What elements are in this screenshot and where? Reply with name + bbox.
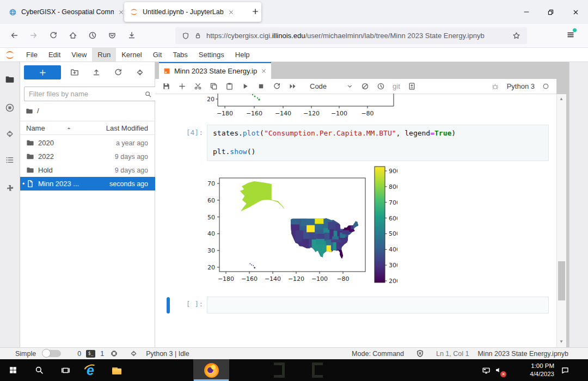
- window-restore-button[interactable]: [538, 0, 562, 24]
- paste-button[interactable]: [225, 82, 234, 90]
- taskbar-search-icon[interactable]: [34, 365, 44, 375]
- tab-close-icon[interactable]: [228, 9, 234, 15]
- file-row-minn-2023-[interactable]: •Minn 2023 ...seconds ago: [20, 177, 155, 190]
- home-button[interactable]: [69, 31, 77, 40]
- save-button[interactable]: [162, 82, 170, 90]
- cut-button[interactable]: [194, 82, 202, 90]
- debugger-bug-icon[interactable]: [491, 82, 499, 90]
- notebook-diff-button[interactable]: [408, 82, 416, 90]
- file-row-2020[interactable]: 2020a year ago: [20, 136, 155, 150]
- sidebar-running-kernels[interactable]: [5, 103, 15, 113]
- menu-git[interactable]: Git: [148, 48, 168, 62]
- menu-view[interactable]: View: [66, 48, 92, 62]
- scroll-up-icon[interactable]: ▲: [559, 96, 564, 101]
- new-tab-icon[interactable]: [252, 8, 259, 15]
- notebook-tab[interactable]: Minn 2023 State Energy.ipny: [159, 62, 271, 79]
- sidebar-extensions[interactable]: [5, 183, 15, 193]
- stop-button[interactable]: [257, 82, 265, 90]
- menu-run[interactable]: Run: [92, 48, 116, 62]
- kernel-status-icon[interactable]: [542, 83, 549, 90]
- mode-indicator[interactable]: Mode: Command: [352, 350, 404, 358]
- copy-button[interactable]: [210, 82, 218, 90]
- menu-edit[interactable]: Edit: [43, 48, 66, 62]
- offline-circle-button[interactable]: [361, 82, 369, 90]
- git-toolbar-label[interactable]: git: [393, 82, 400, 90]
- shield-icon[interactable]: [182, 32, 189, 40]
- scrollbar-thumb[interactable]: [558, 261, 565, 300]
- bookmark-star-icon[interactable]: [512, 32, 520, 40]
- upload-button[interactable]: [92, 68, 101, 77]
- reload-button[interactable]: [49, 31, 58, 40]
- add-cell-button[interactable]: [178, 82, 186, 90]
- git-icon[interactable]: [130, 349, 138, 358]
- sort-ascending-icon[interactable]: [66, 125, 72, 131]
- column-name[interactable]: Name: [26, 124, 45, 132]
- close-icon[interactable]: [572, 9, 579, 16]
- kernel-name[interactable]: Python 3: [507, 82, 535, 90]
- git-icon[interactable]: [130, 349, 138, 358]
- shield-x-icon[interactable]: [416, 349, 424, 358]
- simple-mode-toggle[interactable]: [42, 350, 61, 357]
- menu-file[interactable]: File: [21, 48, 43, 62]
- new-launcher-plus-icon[interactable]: [39, 69, 47, 77]
- kernel-status[interactable]: Python 3 | Idle: [146, 350, 189, 358]
- menu-settings[interactable]: Settings: [193, 48, 230, 62]
- task-view-icon[interactable]: [61, 366, 70, 375]
- menu-kernel[interactable]: Kernel: [116, 48, 148, 62]
- history-button[interactable]: [88, 31, 97, 40]
- action-center-icon[interactable]: [561, 366, 569, 374]
- new-launcher-button[interactable]: [24, 65, 61, 79]
- file-row-hold[interactable]: Hold9 days ago: [20, 163, 155, 177]
- task-view-button[interactable]: [52, 359, 78, 381]
- kernel-chip-icon[interactable]: [110, 349, 118, 358]
- run-button[interactable]: [241, 82, 249, 90]
- terminal-count[interactable]: 0: [77, 350, 81, 358]
- column-last-modified[interactable]: Last Modified: [106, 124, 155, 132]
- tab-close-icon[interactable]: [118, 9, 124, 15]
- breadcrumb[interactable]: /: [26, 107, 39, 115]
- sidebar-table-of-contents[interactable]: [5, 155, 15, 165]
- sidebar-file-browser[interactable]: [5, 75, 15, 84]
- history-button[interactable]: [377, 82, 385, 90]
- kernel-chip-icon[interactable]: [110, 349, 118, 358]
- back-button[interactable]: [10, 31, 19, 40]
- cell-type-dropdown[interactable]: Code: [310, 82, 353, 90]
- menu-help[interactable]: Help: [230, 48, 255, 62]
- window-minimize-button[interactable]: [514, 0, 538, 24]
- filter-files-input[interactable]: Filter files by name: [24, 87, 157, 101]
- bookmark-star-icon[interactable]: [512, 32, 520, 40]
- git-clone-button[interactable]: [136, 68, 144, 77]
- start-icon[interactable]: [9, 366, 17, 374]
- start-button[interactable]: [0, 359, 26, 381]
- restore-icon[interactable]: [547, 9, 554, 16]
- restart-run-all-button[interactable]: [289, 82, 297, 90]
- action-center-icon[interactable]: [561, 366, 569, 374]
- terminal-icon[interactable]: $_: [86, 350, 95, 358]
- new-tab-button[interactable]: [252, 8, 259, 15]
- browser-tab-cybergisx[interactable]: CyberGISX - Geospatial Commu: [5, 3, 127, 21]
- sort-ascending-icon[interactable]: [66, 125, 72, 131]
- forward-button[interactable]: [29, 31, 38, 40]
- tab-close-icon[interactable]: [228, 9, 234, 15]
- tab-close-icon[interactable]: [118, 9, 124, 15]
- download-button[interactable]: [127, 31, 136, 40]
- firefox-taskbar-button[interactable]: [193, 359, 229, 381]
- internet-explorer-button[interactable]: e: [77, 359, 103, 381]
- pocket-button[interactable]: [108, 31, 117, 40]
- window-close-button[interactable]: [564, 0, 587, 24]
- taskbar-search-button[interactable]: [26, 359, 52, 381]
- network-icon[interactable]: [482, 366, 491, 374]
- cursor-position[interactable]: Ln 1, Col 1: [436, 350, 469, 358]
- file-row-2022[interactable]: 20229 days ago: [20, 150, 155, 163]
- file-explorer-button[interactable]: [103, 359, 130, 381]
- sidebar-git[interactable]: [5, 129, 15, 139]
- url-bar[interactable]: https://cybergisx.cigi.illinois.edu/user…: [175, 27, 527, 44]
- close-icon[interactable]: [261, 68, 267, 74]
- taskbar-clock[interactable]: 1:00 PM 4/4/2023: [511, 362, 554, 378]
- close-icon[interactable]: [261, 68, 267, 74]
- refresh-button[interactable]: [114, 68, 122, 77]
- code-cell-input[interactable]: states.plot("Consumption.Per.Capita.MM.B…: [207, 125, 549, 161]
- new-folder-button[interactable]: [70, 68, 79, 77]
- empty-code-cell-input[interactable]: [207, 297, 549, 314]
- notebook-scrollbar[interactable]: ▲ ▼: [556, 94, 566, 347]
